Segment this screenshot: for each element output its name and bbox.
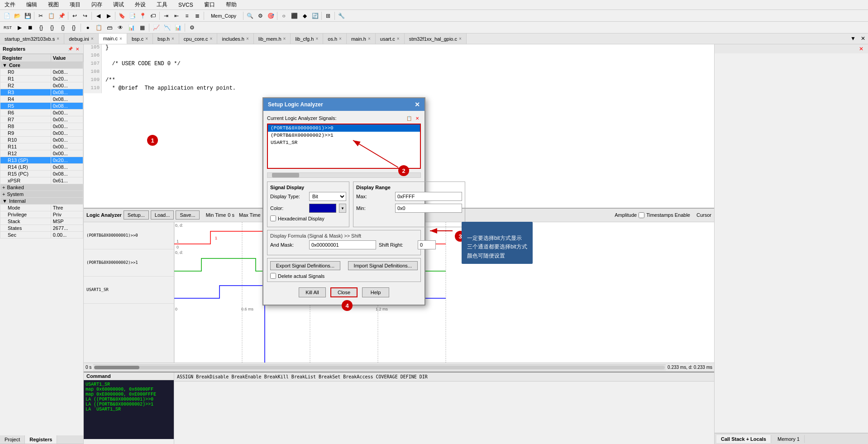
- tab-includes-close[interactable]: ×: [246, 36, 249, 41]
- tab-mainh[interactable]: main.h ×: [347, 33, 376, 44]
- color-dropdown-btn[interactable]: ▼: [339, 204, 346, 213]
- tab-startup-close[interactable]: ×: [57, 36, 59, 41]
- kill-all-btn[interactable]: Kill All: [299, 287, 326, 297]
- trace-btn[interactable]: 📈: [151, 23, 161, 33]
- table-row[interactable]: R15 (PC)0x08...: [0, 171, 83, 177]
- table-row[interactable]: R70x00...: [0, 116, 83, 123]
- save-btn[interactable]: 💾: [23, 11, 33, 21]
- btn-a[interactable]: ▦: [137, 23, 147, 33]
- tab-libmem[interactable]: lib_mem.h ×: [254, 33, 291, 44]
- signals-list[interactable]: (PORTB&0X00000001)>>0 (PORTB&0X00000002)…: [267, 124, 421, 169]
- memory-btn[interactable]: 🗃: [105, 23, 114, 33]
- reg-banked-row[interactable]: +Banked: [0, 184, 83, 191]
- tab-bspc-close[interactable]: ×: [145, 36, 148, 41]
- outdent-btn[interactable]: ⇤: [172, 11, 181, 21]
- undo-btn[interactable]: ↩: [70, 11, 80, 21]
- new-btn[interactable]: 📄: [2, 11, 12, 21]
- open-btn[interactable]: 📂: [12, 11, 22, 21]
- bookmark4-btn[interactable]: 🏷: [148, 11, 158, 21]
- tab-debug[interactable]: debug.ini ×: [64, 33, 99, 44]
- table-row[interactable]: R20x00...: [0, 82, 83, 89]
- reg-system-row[interactable]: +System: [0, 191, 83, 198]
- tab-gpio-close[interactable]: ×: [459, 36, 462, 41]
- menu-tools[interactable]: 工具: [154, 0, 170, 10]
- redo-btn[interactable]: ↪: [80, 11, 90, 21]
- tab-bsph-close[interactable]: ×: [172, 36, 174, 41]
- rst-btn[interactable]: RST: [2, 23, 14, 33]
- table-row[interactable]: R00x08...: [0, 69, 83, 76]
- la-scrollbar-thumb[interactable]: [94, 366, 139, 369]
- table-row[interactable]: R110x00...: [0, 143, 83, 150]
- menu-file[interactable]: 文件: [2, 0, 18, 10]
- table-row[interactable]: R60x00...: [0, 110, 83, 116]
- menu-peripheral[interactable]: 外设: [132, 0, 148, 10]
- tab-project[interactable]: Project: [0, 435, 25, 444]
- andmask-input[interactable]: [309, 240, 376, 249]
- menu-flash[interactable]: 闪存: [89, 0, 105, 10]
- tab-mainh-close[interactable]: ×: [368, 36, 371, 41]
- target-btn[interactable]: 🎯: [266, 11, 276, 21]
- menu-help[interactable]: 帮助: [223, 0, 239, 10]
- bookmark-btn[interactable]: 🔖: [117, 11, 127, 21]
- signals-scrollbar[interactable]: [267, 172, 421, 178]
- reg-close-btn[interactable]: ✕: [74, 46, 81, 52]
- disasm-btn[interactable]: 📋: [94, 23, 104, 33]
- tab-main[interactable]: main.c ×: [99, 33, 127, 44]
- wrench-btn[interactable]: 🔧: [336, 11, 346, 21]
- tab-memory1[interactable]: Memory 1: [773, 435, 805, 443]
- indent-btn[interactable]: ⇥: [161, 11, 171, 21]
- back-btn[interactable]: ◀: [93, 11, 103, 21]
- tab-osh[interactable]: os.h ×: [323, 33, 347, 44]
- stepinto-btn[interactable]: {}: [36, 23, 46, 33]
- regs-btn[interactable]: 📊: [126, 23, 136, 33]
- watch-btn[interactable]: 👁: [115, 23, 125, 33]
- menu-window[interactable]: 窗口: [201, 0, 218, 10]
- table-row[interactable]: R30x08...: [0, 89, 83, 96]
- la-setup-btn[interactable]: Setup...: [124, 210, 149, 220]
- la-waveform-area[interactable]: 1 0 1 0 0 0.6 ms 1.2 ms 0, d: 0, d:: [174, 222, 714, 363]
- menu-svcs[interactable]: SVCS: [176, 1, 196, 9]
- close-btn[interactable]: Close: [330, 287, 358, 297]
- la-btn[interactable]: 📉: [162, 23, 172, 33]
- min-input[interactable]: [395, 204, 462, 213]
- build-target-btn[interactable]: Mem_Copy: [205, 11, 242, 21]
- table-row[interactable]: R10x20...: [0, 76, 83, 82]
- breakpoint-btn[interactable]: ●: [83, 23, 93, 33]
- signal-item-1[interactable]: (PORTB&0X00000001)>>0: [268, 124, 420, 132]
- tab-registers[interactable]: Registers: [25, 435, 57, 444]
- settings-btn[interactable]: ⚙: [255, 11, 265, 21]
- color-picker[interactable]: [309, 204, 336, 213]
- tab-includes[interactable]: includes.h ×: [217, 33, 253, 44]
- tab-bsph[interactable]: bsp.h ×: [153, 33, 179, 44]
- grid-btn[interactable]: ⊞: [323, 11, 333, 21]
- circle-btn[interactable]: ○: [279, 11, 289, 21]
- perf-btn[interactable]: 📊: [173, 23, 183, 33]
- table-row[interactable]: xPSR0x61...: [0, 177, 83, 184]
- delete-signals-checkbox[interactable]: [270, 273, 276, 279]
- table-row[interactable]: R120x00...: [0, 150, 83, 157]
- shiftright-input[interactable]: [418, 240, 436, 249]
- la-timestamps-checkbox[interactable]: [639, 212, 644, 218]
- cut-btn[interactable]: ✂: [36, 11, 46, 21]
- tab-overflow-btn[interactable]: ▼: [848, 33, 858, 43]
- max-input[interactable]: [395, 192, 462, 201]
- forward-btn[interactable]: ▶: [104, 11, 114, 21]
- stop2-btn[interactable]: ⏹: [25, 23, 35, 33]
- table-row[interactable]: R40x08...: [0, 96, 83, 103]
- bookmark2-btn[interactable]: 📑: [127, 11, 137, 21]
- stepover-btn[interactable]: {}: [47, 23, 57, 33]
- menu-view[interactable]: 视图: [45, 0, 62, 10]
- copy-btn[interactable]: 📋: [46, 11, 56, 21]
- tab-libmem-close[interactable]: ×: [283, 36, 286, 41]
- tab-callstack[interactable]: Call Stack + Locals: [716, 435, 771, 443]
- menu-edit[interactable]: 编辑: [24, 0, 40, 10]
- runto-btn[interactable]: {}: [69, 23, 79, 33]
- signal-item-3[interactable]: USART1_SR: [268, 139, 420, 146]
- menu-project[interactable]: 项目: [67, 0, 83, 10]
- format-btn[interactable]: ≡: [182, 11, 192, 21]
- stepout-btn[interactable]: {}: [58, 23, 68, 33]
- tab-debug-close[interactable]: ×: [91, 36, 94, 41]
- tab-osh-close[interactable]: ×: [339, 36, 342, 41]
- signal-item-2[interactable]: (PORTB&0X00000002)>>1: [268, 132, 420, 139]
- config-btn[interactable]: ⚙: [187, 23, 197, 33]
